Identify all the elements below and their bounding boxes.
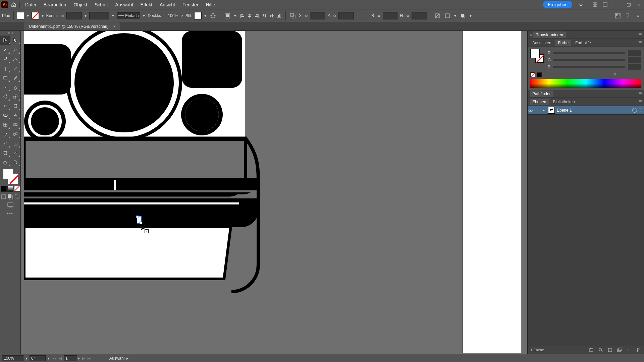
menu-hilfe[interactable]: Hilfe: [202, 1, 218, 9]
tab-align[interactable]: Ausrichten: [530, 40, 554, 46]
screen-mode-icon[interactable]: [4, 202, 16, 208]
eyedropper-tool-icon[interactable]: [0, 129, 10, 139]
graphic-style-swatch[interactable]: [194, 12, 202, 19]
window-close-icon[interactable]: ✕: [635, 1, 643, 8]
b-slider[interactable]: [553, 66, 625, 68]
y-field[interactable]: [338, 12, 354, 19]
panel-menu-icon[interactable]: ☰: [638, 33, 642, 37]
color-fill-stroke-icon[interactable]: [530, 49, 544, 63]
shape-mode-icon[interactable]: [289, 12, 297, 20]
draw-inside-icon[interactable]: [14, 194, 20, 200]
recolor-icon[interactable]: [209, 12, 217, 20]
b-field[interactable]: [628, 64, 641, 70]
fill-indicator[interactable]: [3, 169, 13, 179]
layer-clip-icon[interactable]: [588, 347, 594, 353]
line-tool-icon[interactable]: [10, 64, 20, 73]
stroke-weight-dd[interactable]: ▾: [84, 13, 87, 18]
arrange-panel-icon[interactable]: [459, 12, 467, 20]
pin-icon[interactable]: [624, 12, 632, 20]
r-slider[interactable]: [553, 52, 625, 54]
zoom-field[interactable]: 150%: [2, 355, 23, 361]
status-menu-icon[interactable]: ▸: [126, 356, 128, 361]
magic-wand-tool-icon[interactable]: [0, 45, 10, 54]
menu-schrift[interactable]: Schrift: [91, 1, 111, 9]
draw-behind-icon[interactable]: [7, 194, 13, 200]
g-slider[interactable]: [553, 59, 625, 61]
menu-effekt[interactable]: Effekt: [137, 1, 156, 9]
tab-layers[interactable]: Ebenen: [530, 99, 549, 105]
gradient-tool-icon[interactable]: [10, 120, 20, 129]
pen-tool-icon[interactable]: [0, 54, 10, 64]
draw-normal-icon[interactable]: [1, 194, 7, 200]
brush-style[interactable]: Einfach: [117, 12, 140, 19]
target-icon[interactable]: [632, 108, 637, 113]
tab-pathfinder[interactable]: Pathfinder: [530, 90, 553, 97]
direct-selection-tool-icon[interactable]: [10, 36, 20, 45]
make-clip-icon[interactable]: [607, 347, 613, 353]
arrange-icon[interactable]: [591, 1, 599, 8]
rotate-field[interactable]: 0°: [30, 355, 46, 361]
optbar-menu-icon[interactable]: ≡: [634, 12, 642, 20]
menu-auswahl[interactable]: Auswahl: [112, 1, 137, 9]
new-sublayer-icon[interactable]: [616, 347, 623, 353]
w-field[interactable]: [383, 12, 398, 19]
tab-color-guide[interactable]: Farbhilfe: [573, 40, 594, 46]
menu-fenster[interactable]: Fenster: [179, 1, 202, 9]
document-tab[interactable]: Unbenannt-1.pdf* @ 150 % (RGB/Vorschau) …: [24, 22, 120, 31]
free-transform-tool-icon[interactable]: [10, 101, 20, 111]
locate-layer-icon[interactable]: [598, 347, 604, 353]
scale-tool-icon[interactable]: [10, 92, 20, 101]
color-spectrum[interactable]: [530, 79, 641, 88]
h-field[interactable]: [412, 12, 427, 19]
x-stepper[interactable]: ≎: [305, 13, 308, 18]
width-tool-icon[interactable]: [0, 101, 10, 111]
fill-swatch[interactable]: [17, 12, 24, 19]
menu-objekt[interactable]: Objekt: [70, 1, 90, 9]
first-artboard-icon[interactable]: ⏮: [52, 356, 57, 361]
visibility-icon[interactable]: [528, 108, 537, 113]
menu-datei[interactable]: Datei: [22, 1, 40, 9]
color-mode-icon[interactable]: [1, 186, 7, 192]
window-restore-icon[interactable]: [625, 1, 633, 8]
perspective-tool-icon[interactable]: [10, 111, 20, 120]
canvas[interactable]: ➤▫: [21, 31, 527, 354]
window-minimize-icon[interactable]: —: [615, 1, 623, 8]
panel-menu-icon[interactable]: ☰: [638, 100, 642, 104]
arrange-dd[interactable]: ▾: [469, 13, 472, 18]
stroke-weight-field[interactable]: [66, 12, 82, 19]
toolbar-grip[interactable]: [5, 32, 15, 34]
fill-black-shortcut-icon[interactable]: [537, 72, 542, 77]
align-vcenter-icon[interactable]: [268, 12, 275, 19]
var-width-dd[interactable]: ▾: [111, 13, 115, 18]
workspace-icon[interactable]: [601, 1, 609, 8]
proxy-icon[interactable]: [614, 12, 622, 20]
artboard-nav-field[interactable]: 1: [64, 355, 77, 361]
g-field[interactable]: [628, 57, 641, 63]
prev-artboard-icon[interactable]: ◀: [58, 356, 63, 361]
blend-tool-icon[interactable]: [10, 129, 20, 139]
artboard-dd[interactable]: ▾: [78, 356, 80, 361]
edit-toolbar-icon[interactable]: •••: [7, 211, 13, 216]
share-button[interactable]: Freigeben: [543, 1, 572, 8]
link-icon[interactable]: ⟐: [530, 33, 532, 37]
transform-panel-icon[interactable]: [443, 12, 451, 20]
h-stepper[interactable]: ≎: [406, 13, 410, 18]
home-icon[interactable]: [10, 1, 17, 8]
tab-libraries[interactable]: Bibliotheken: [550, 99, 577, 105]
tab-color[interactable]: Farbe: [555, 40, 571, 46]
search-icon[interactable]: [578, 1, 585, 8]
menu-ansicht[interactable]: Ansicht: [156, 1, 178, 9]
layer-row[interactable]: ▸ Ebene 1: [528, 106, 644, 115]
panel-menu-icon[interactable]: ☰: [638, 41, 642, 45]
slice-tool-icon[interactable]: [10, 148, 20, 158]
y-stepper[interactable]: ≎: [333, 13, 336, 18]
zoom-dd[interactable]: ▾: [25, 356, 28, 361]
panel-menu-icon[interactable]: ☰: [638, 92, 642, 96]
fill-stroke-indicator[interactable]: [3, 169, 18, 184]
align-left-icon[interactable]: [239, 12, 246, 19]
mesh-tool-icon[interactable]: [0, 120, 10, 129]
hand-tool-icon[interactable]: [0, 158, 10, 167]
paintbrush-tool-icon[interactable]: [10, 73, 20, 82]
align-top-icon[interactable]: [261, 12, 268, 19]
align-right-icon[interactable]: [254, 12, 260, 19]
